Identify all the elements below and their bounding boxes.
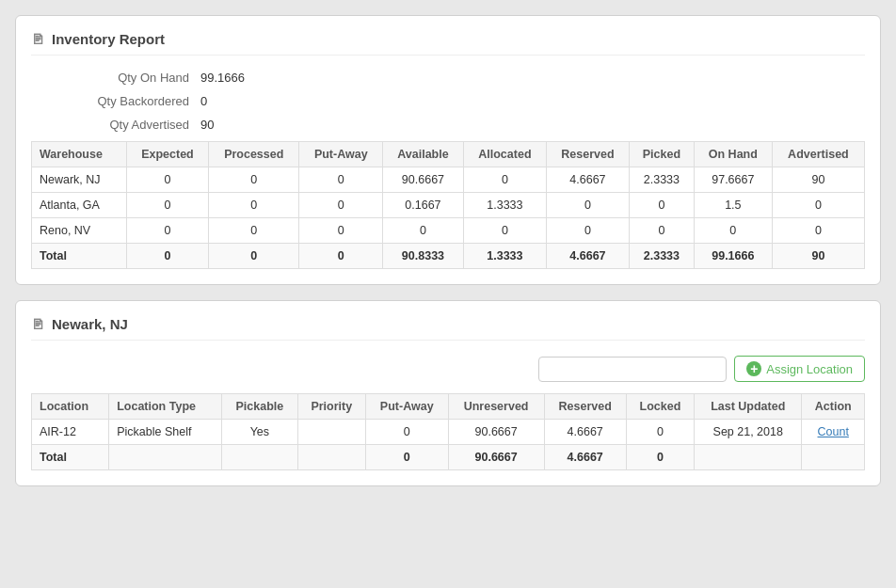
- col-onhand: On Hand: [694, 142, 772, 167]
- qty-on-hand-row: Qty On Hand 99.1666: [31, 71, 865, 85]
- count-action-link[interactable]: Count: [818, 425, 849, 438]
- location-total-cell: [297, 445, 365, 470]
- table-cell: Atlanta, GA: [32, 193, 127, 218]
- location-total-row: Total090.66674.66670: [32, 445, 865, 470]
- qty-advertised-label: Qty Advertised: [31, 118, 200, 132]
- qty-backordered-value: 0: [200, 94, 207, 108]
- table-row: Reno, NV000000000: [32, 218, 865, 244]
- table-cell: 0: [299, 193, 383, 218]
- table-cell: Yes: [222, 420, 298, 445]
- qty-advertised-value: 90: [200, 118, 214, 132]
- table-total-cell: 0: [299, 244, 383, 269]
- table-cell: 4.6667: [546, 167, 629, 193]
- table-total-cell: Total: [32, 244, 127, 269]
- col-reserved2: Reserved: [544, 394, 626, 420]
- table-cell: 90.6667: [448, 420, 544, 445]
- location-total-cell: Total: [32, 445, 109, 470]
- inventory-report-title: Inventory Report: [52, 31, 165, 47]
- table-cell: 0: [299, 167, 383, 193]
- table-cell: Reno, NV: [32, 218, 127, 244]
- location-search-input[interactable]: [538, 357, 727, 382]
- table-cell: 1.3333: [463, 193, 546, 218]
- table-cell: 0: [209, 193, 299, 218]
- table-total-cell: 1.3333: [463, 244, 546, 269]
- location-total-cell: 90.6667: [448, 445, 544, 470]
- inventory-table: Warehouse Expected Processed Put-Away Av…: [31, 141, 865, 269]
- location-total-cell: 0: [365, 445, 448, 470]
- qty-backordered-label: Qty Backordered: [31, 94, 200, 108]
- col-putaway: Put-Away: [299, 142, 383, 167]
- location-total-cell: [695, 445, 802, 470]
- inventory-report-card: 🖹 Inventory Report Qty On Hand 99.1666 Q…: [15, 15, 881, 285]
- location-section: + Assign Location Location Location Type…: [31, 356, 865, 470]
- col-expected: Expected: [126, 142, 208, 167]
- table-cell: 0: [772, 218, 864, 244]
- location-table-header-row: Location Location Type Pickable Priority…: [32, 394, 865, 420]
- col-location-type: Location Type: [109, 394, 222, 420]
- table-cell: 0: [383, 218, 464, 244]
- table-total-cell: 90: [772, 244, 864, 269]
- col-putaway2: Put-Away: [365, 394, 448, 420]
- table-cell: 90.6667: [383, 167, 464, 193]
- table-cell: 1.5: [694, 193, 772, 218]
- table-cell: [297, 420, 365, 445]
- col-picked: Picked: [629, 142, 694, 167]
- table-cell: 0: [463, 218, 546, 244]
- table-total-cell: 0: [126, 244, 208, 269]
- table-cell: 4.6667: [544, 420, 626, 445]
- location-total-cell: [109, 445, 222, 470]
- location-total-cell: [222, 445, 298, 470]
- table-cell: 90: [772, 167, 864, 193]
- table-cell: 0: [626, 420, 694, 445]
- table-cell: 0: [694, 218, 772, 244]
- table-cell: 0: [463, 167, 546, 193]
- table-total-row: Total00090.83331.33334.66672.333399.1666…: [32, 244, 865, 269]
- col-location: Location: [32, 394, 109, 420]
- table-cell: 0: [126, 167, 208, 193]
- table-cell: 0: [546, 218, 629, 244]
- report-icon: 🖹: [31, 32, 44, 47]
- table-cell: Newark, NJ: [32, 167, 127, 193]
- col-reserved: Reserved: [546, 142, 629, 167]
- col-unreserved: Unreserved: [448, 394, 544, 420]
- table-cell: 0: [629, 218, 694, 244]
- table-cell: 2.3333: [629, 167, 694, 193]
- table-cell: 0: [209, 218, 299, 244]
- table-total-cell: 99.1666: [694, 244, 772, 269]
- col-available: Available: [383, 142, 464, 167]
- col-advertised: Advertised: [772, 142, 864, 167]
- col-locked: Locked: [626, 394, 694, 420]
- table-cell: Sep 21, 2018: [695, 420, 802, 445]
- assign-button-label: Assign Location: [766, 362, 853, 376]
- qty-on-hand-label: Qty On Hand: [31, 71, 200, 85]
- col-processed: Processed: [209, 142, 299, 167]
- location-total-cell: 4.6667: [544, 445, 626, 470]
- table-cell: AIR-12: [32, 420, 109, 445]
- col-pickable: Pickable: [222, 394, 298, 420]
- table-total-cell: 4.6667: [546, 244, 629, 269]
- assign-location-button[interactable]: + Assign Location: [734, 356, 865, 382]
- table-total-cell: 0: [209, 244, 299, 269]
- table-cell: 0: [772, 193, 864, 218]
- newark-header: 🖹 Newark, NJ: [31, 316, 865, 341]
- location-total-cell: 0: [626, 445, 694, 470]
- list-item: AIR-12Pickable ShelfYes090.66674.66670Se…: [32, 420, 865, 445]
- newark-title: Newark, NJ: [52, 316, 128, 332]
- newark-card: 🖹 Newark, NJ + Assign Location Location …: [15, 300, 881, 486]
- col-allocated: Allocated: [463, 142, 546, 167]
- location-total-cell: [802, 445, 865, 470]
- qty-advertised-row: Qty Advertised 90: [31, 118, 865, 132]
- table-cell: 0: [299, 218, 383, 244]
- col-warehouse: Warehouse: [32, 142, 127, 167]
- table-cell: Pickable Shelf: [109, 420, 222, 445]
- table-cell: 0: [209, 167, 299, 193]
- assign-bar: + Assign Location: [31, 356, 865, 382]
- table-cell: 0.1667: [383, 193, 464, 218]
- table-cell: 0: [126, 218, 208, 244]
- table-cell: 0: [629, 193, 694, 218]
- plus-icon: +: [746, 361, 761, 376]
- table-cell: Count: [802, 420, 865, 445]
- table-cell: 0: [546, 193, 629, 218]
- location-table: Location Location Type Pickable Priority…: [31, 393, 865, 470]
- col-last-updated: Last Updated: [695, 394, 802, 420]
